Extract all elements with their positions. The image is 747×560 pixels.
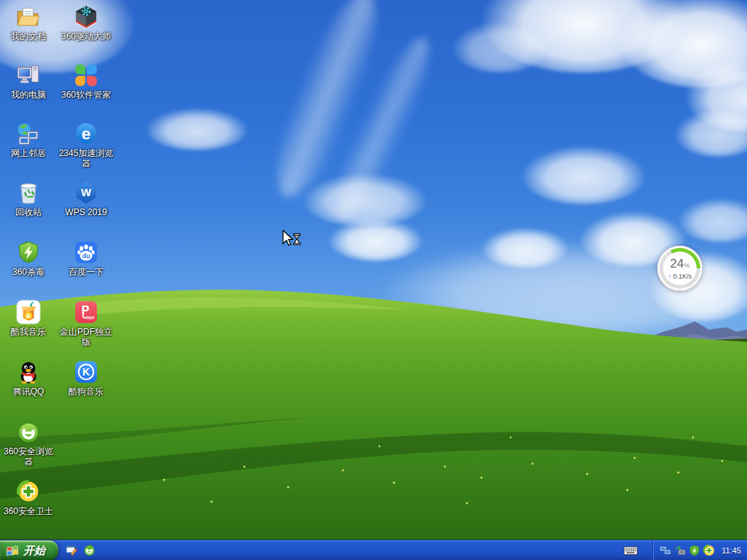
taskbar-clock[interactable]: 11:45 <box>721 546 741 555</box>
network-places-icon <box>16 121 41 146</box>
icon-label: 2345加速浏览器 <box>58 148 115 168</box>
icon-label: 百度一下 <box>69 267 104 277</box>
desktop-icon-my-computer[interactable]: 我的电脑 <box>0 63 57 101</box>
desktop-icon-360-software-manager[interactable]: 360软件管家 <box>58 63 115 101</box>
icon-label: 360安全卫士 <box>4 506 53 516</box>
icon-label: 金山PDF独立版 <box>58 327 115 347</box>
svg-text:du: du <box>82 252 90 260</box>
baidu-icon: du <box>74 240 98 265</box>
icon-label: 我的电脑 <box>11 90 46 100</box>
kugou-music-icon: K <box>74 359 98 384</box>
desktop-icon-recycle-bin[interactable]: 回收站 <box>0 180 57 218</box>
kuwo-music-icon: K <box>16 300 41 324</box>
memory-percent: 24% <box>670 257 690 272</box>
icon-label: 回收站 <box>15 207 42 217</box>
svg-text:W: W <box>81 187 92 198</box>
quick-launch-360-browser-icon[interactable] <box>83 544 96 556</box>
input-method-indicator[interactable] <box>621 540 640 560</box>
taskbar-empty-area <box>101 540 621 560</box>
360-safety-guard-icon <box>16 479 41 504</box>
desktop-icon-baidu[interactable]: du 百度一下 <box>58 240 115 278</box>
desktop-icon-kuwo-music[interactable]: K 酷我音乐 <box>0 300 57 338</box>
start-button[interactable]: 开始 <box>0 540 58 560</box>
network-speed-widget[interactable]: 24% ↑ 0.1K/s <box>657 246 703 291</box>
desktop-icon-kingsoft-pdf[interactable]: P PDF 金山PDF独立版 <box>58 300 115 348</box>
icon-label: 360软件管家 <box>61 90 111 100</box>
desktop-icon-360-secure-browser[interactable]: 360安全浏览器 <box>0 419 57 467</box>
system-tray: 11:45 <box>652 540 747 560</box>
tencent-qq-icon <box>16 359 41 384</box>
desktop-icon-network-places[interactable]: 网上邻居 <box>0 121 57 159</box>
icon-label: 360安全浏览器 <box>0 446 57 467</box>
icon-label: 360驱动大师 <box>61 31 111 42</box>
360-software-manager-icon <box>74 63 98 88</box>
my-computer-icon <box>16 63 41 88</box>
start-button-label: 开始 <box>23 544 45 558</box>
desktop-icon-wps-2019[interactable]: W WPS 2019 <box>58 180 115 218</box>
desktop-icon-kugou-music[interactable]: K 酷狗音乐 <box>58 359 115 397</box>
wps-2019-icon: W <box>74 180 98 205</box>
windows-logo-icon <box>6 545 20 557</box>
svg-text:e: e <box>82 125 90 143</box>
2345-browser-icon: e <box>74 121 98 146</box>
360-antivirus-icon <box>16 240 41 265</box>
tray-network-icon[interactable] <box>659 545 671 556</box>
icon-label: 网上邻居 <box>11 148 46 158</box>
upload-speed: ↑ 0.1K/s <box>668 273 692 280</box>
desktop-icon-360-safety-guard[interactable]: 360安全卫士 <box>0 479 57 517</box>
icon-label: 我的文档 <box>11 31 46 42</box>
svg-text:K: K <box>82 366 90 378</box>
tray-antivirus-icon[interactable] <box>689 545 700 556</box>
my-documents-icon <box>16 4 41 29</box>
show-desktop-icon[interactable] <box>66 544 78 556</box>
icon-label: WPS 2019 <box>65 207 107 217</box>
taskbar: 开始 <box>0 540 747 560</box>
icon-label: 腾讯QQ <box>13 386 44 397</box>
keyboard-icon <box>624 545 638 556</box>
desktop-icon-my-documents[interactable]: 我的文档 <box>0 4 57 42</box>
svg-text:PDF: PDF <box>86 316 95 320</box>
desktop-icon-tencent-qq[interactable]: 腾讯QQ <box>0 359 57 397</box>
360-secure-browser-icon <box>16 419 41 444</box>
360-driver-master-icon <box>74 4 98 29</box>
kingsoft-pdf-icon: P PDF <box>74 300 98 324</box>
icon-label: 酷狗音乐 <box>69 386 104 397</box>
tray-driver-master-icon[interactable] <box>674 545 686 556</box>
tray-safety-guard-icon[interactable] <box>703 545 715 556</box>
recycle-bin-icon <box>16 180 41 205</box>
icon-label: 360杀毒 <box>12 267 44 277</box>
desktop-icon-2345-browser[interactable]: e 2345加速浏览器 <box>58 121 115 169</box>
icon-label: 酷我音乐 <box>11 327 46 337</box>
desktop-icon-360-driver-master[interactable]: 360驱动大师 <box>58 4 115 42</box>
quick-launch-bar <box>58 540 101 560</box>
upload-arrow-icon: ↑ <box>668 273 672 280</box>
svg-text:K: K <box>26 313 31 319</box>
progress-ring: 24% ↑ 0.1K/s <box>659 248 700 289</box>
desktop-icon-360-antivirus[interactable]: 360杀毒 <box>0 240 57 278</box>
mouse-cursor <box>282 230 305 252</box>
